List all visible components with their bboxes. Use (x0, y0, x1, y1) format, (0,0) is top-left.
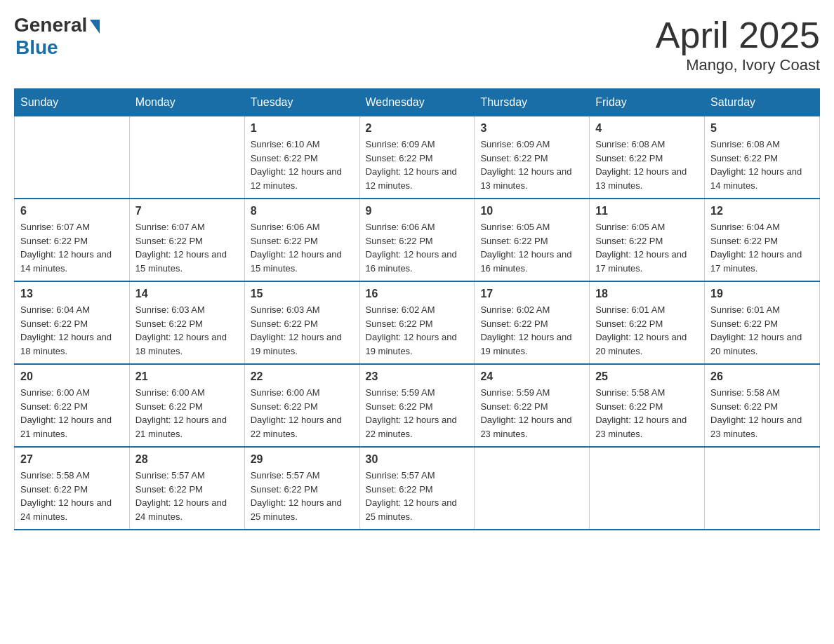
day-number: 15 (251, 288, 354, 300)
day-number: 2 (366, 122, 469, 135)
calendar-cell: 2Sunrise: 6:09 AM Sunset: 6:22 PM Daylig… (359, 116, 475, 199)
calendar-cell: 4Sunrise: 6:08 AM Sunset: 6:22 PM Daylig… (590, 116, 705, 199)
day-info: Sunrise: 6:02 AM Sunset: 6:22 PM Dayligh… (480, 303, 583, 358)
calendar-cell: 21Sunrise: 6:00 AM Sunset: 6:22 PM Dayli… (129, 364, 244, 447)
logo-general-text: General (14, 14, 87, 36)
day-number: 25 (595, 370, 699, 383)
location: Mango, Ivory Coast (656, 56, 820, 74)
day-info: Sunrise: 5:58 AM Sunset: 6:22 PM Dayligh… (595, 386, 699, 441)
calendar-cell: 24Sunrise: 5:59 AM Sunset: 6:22 PM Dayli… (475, 364, 590, 447)
day-number: 6 (20, 205, 124, 217)
day-of-week-header: Friday (590, 89, 705, 116)
calendar-cell: 14Sunrise: 6:03 AM Sunset: 6:22 PM Dayli… (129, 281, 244, 364)
day-info: Sunrise: 5:57 AM Sunset: 6:22 PM Dayligh… (135, 469, 239, 523)
day-number: 28 (135, 453, 239, 466)
calendar-cell: 25Sunrise: 5:58 AM Sunset: 6:22 PM Dayli… (590, 364, 705, 447)
calendar-cell: 8Sunrise: 6:06 AM Sunset: 6:22 PM Daylig… (244, 199, 359, 281)
day-number: 1 (251, 122, 354, 135)
calendar-cell: 18Sunrise: 6:01 AM Sunset: 6:22 PM Dayli… (590, 281, 705, 364)
day-info: Sunrise: 6:06 AM Sunset: 6:22 PM Dayligh… (251, 220, 354, 275)
calendar-cell: 16Sunrise: 6:02 AM Sunset: 6:22 PM Dayli… (359, 281, 475, 364)
day-info: Sunrise: 6:02 AM Sunset: 6:22 PM Dayligh… (366, 303, 469, 358)
day-number: 16 (366, 288, 469, 300)
day-number: 4 (595, 122, 699, 135)
day-number: 27 (20, 453, 124, 466)
calendar-cell: 10Sunrise: 6:05 AM Sunset: 6:22 PM Dayli… (475, 199, 590, 281)
logo: General Blue (14, 14, 100, 59)
calendar-cell: 22Sunrise: 6:00 AM Sunset: 6:22 PM Dayli… (244, 364, 359, 447)
day-of-week-header: Thursday (475, 89, 590, 116)
day-number: 20 (20, 370, 124, 383)
day-number: 3 (480, 122, 583, 135)
day-info: Sunrise: 6:05 AM Sunset: 6:22 PM Dayligh… (480, 220, 583, 275)
calendar-cell: 23Sunrise: 5:59 AM Sunset: 6:22 PM Dayli… (359, 364, 475, 447)
day-info: Sunrise: 6:03 AM Sunset: 6:22 PM Dayligh… (251, 303, 354, 358)
calendar-cell: 19Sunrise: 6:01 AM Sunset: 6:22 PM Dayli… (705, 281, 820, 364)
day-info: Sunrise: 6:08 AM Sunset: 6:22 PM Dayligh… (710, 137, 814, 192)
day-info: Sunrise: 6:09 AM Sunset: 6:22 PM Dayligh… (480, 137, 583, 192)
calendar-cell: 9Sunrise: 6:06 AM Sunset: 6:22 PM Daylig… (359, 199, 475, 281)
day-number: 22 (251, 370, 354, 383)
calendar-cell (15, 116, 130, 199)
calendar-cell: 15Sunrise: 6:03 AM Sunset: 6:22 PM Dayli… (244, 281, 359, 364)
day-info: Sunrise: 6:06 AM Sunset: 6:22 PM Dayligh… (366, 220, 469, 275)
title-area: April 2025 Mango, Ivory Coast (656, 14, 820, 74)
day-number: 26 (710, 370, 814, 383)
day-number: 14 (135, 288, 239, 300)
day-of-week-header: Wednesday (359, 89, 475, 116)
calendar-cell: 13Sunrise: 6:04 AM Sunset: 6:22 PM Dayli… (15, 281, 130, 364)
day-info: Sunrise: 6:00 AM Sunset: 6:22 PM Dayligh… (251, 386, 354, 441)
day-of-week-header: Monday (129, 89, 244, 116)
day-number: 5 (710, 122, 814, 135)
calendar-cell: 29Sunrise: 5:57 AM Sunset: 6:22 PM Dayli… (244, 447, 359, 530)
calendar-cell: 30Sunrise: 5:57 AM Sunset: 6:22 PM Dayli… (359, 447, 475, 530)
calendar-cell: 3Sunrise: 6:09 AM Sunset: 6:22 PM Daylig… (475, 116, 590, 199)
calendar-cell: 12Sunrise: 6:04 AM Sunset: 6:22 PM Dayli… (705, 199, 820, 281)
calendar: SundayMondayTuesdayWednesdayThursdayFrid… (14, 88, 820, 530)
calendar-cell (590, 447, 705, 530)
day-info: Sunrise: 5:59 AM Sunset: 6:22 PM Dayligh… (480, 386, 583, 441)
day-info: Sunrise: 5:57 AM Sunset: 6:22 PM Dayligh… (251, 469, 354, 523)
day-info: Sunrise: 6:00 AM Sunset: 6:22 PM Dayligh… (135, 386, 239, 441)
day-info: Sunrise: 6:10 AM Sunset: 6:22 PM Dayligh… (251, 137, 354, 192)
calendar-cell: 17Sunrise: 6:02 AM Sunset: 6:22 PM Dayli… (475, 281, 590, 364)
day-number: 24 (480, 370, 583, 383)
day-info: Sunrise: 5:58 AM Sunset: 6:22 PM Dayligh… (20, 469, 124, 523)
day-number: 11 (595, 205, 699, 217)
logo-blue-text: Blue (15, 36, 58, 59)
day-info: Sunrise: 6:04 AM Sunset: 6:22 PM Dayligh… (20, 303, 124, 358)
day-info: Sunrise: 6:07 AM Sunset: 6:22 PM Dayligh… (20, 220, 124, 275)
calendar-cell: 6Sunrise: 6:07 AM Sunset: 6:22 PM Daylig… (15, 199, 130, 281)
day-number: 30 (366, 453, 469, 466)
logo-triangle-icon (90, 20, 100, 34)
day-number: 21 (135, 370, 239, 383)
calendar-cell: 28Sunrise: 5:57 AM Sunset: 6:22 PM Dayli… (129, 447, 244, 530)
day-info: Sunrise: 6:00 AM Sunset: 6:22 PM Dayligh… (20, 386, 124, 441)
day-number: 8 (251, 205, 354, 217)
day-of-week-header: Tuesday (244, 89, 359, 116)
day-number: 10 (480, 205, 583, 217)
day-number: 13 (20, 288, 124, 300)
calendar-cell (475, 447, 590, 530)
day-info: Sunrise: 6:09 AM Sunset: 6:22 PM Dayligh… (366, 137, 469, 192)
day-number: 18 (595, 288, 699, 300)
day-number: 9 (366, 205, 469, 217)
calendar-cell: 7Sunrise: 6:07 AM Sunset: 6:22 PM Daylig… (129, 199, 244, 281)
month-title: April 2025 (656, 14, 820, 56)
day-number: 23 (366, 370, 469, 383)
day-info: Sunrise: 6:04 AM Sunset: 6:22 PM Dayligh… (710, 220, 814, 275)
calendar-cell: 26Sunrise: 5:58 AM Sunset: 6:22 PM Dayli… (705, 364, 820, 447)
day-info: Sunrise: 5:57 AM Sunset: 6:22 PM Dayligh… (366, 469, 469, 523)
day-of-week-header: Saturday (705, 89, 820, 116)
day-info: Sunrise: 5:58 AM Sunset: 6:22 PM Dayligh… (710, 386, 814, 441)
day-of-week-header: Sunday (15, 89, 130, 116)
calendar-cell: 11Sunrise: 6:05 AM Sunset: 6:22 PM Dayli… (590, 199, 705, 281)
day-number: 12 (710, 205, 814, 217)
day-info: Sunrise: 6:05 AM Sunset: 6:22 PM Dayligh… (595, 220, 699, 275)
calendar-cell: 5Sunrise: 6:08 AM Sunset: 6:22 PM Daylig… (705, 116, 820, 199)
day-info: Sunrise: 6:01 AM Sunset: 6:22 PM Dayligh… (595, 303, 699, 358)
day-info: Sunrise: 5:59 AM Sunset: 6:22 PM Dayligh… (366, 386, 469, 441)
calendar-cell (705, 447, 820, 530)
header: General Blue April 2025 Mango, Ivory Coa… (14, 14, 820, 74)
day-number: 17 (480, 288, 583, 300)
